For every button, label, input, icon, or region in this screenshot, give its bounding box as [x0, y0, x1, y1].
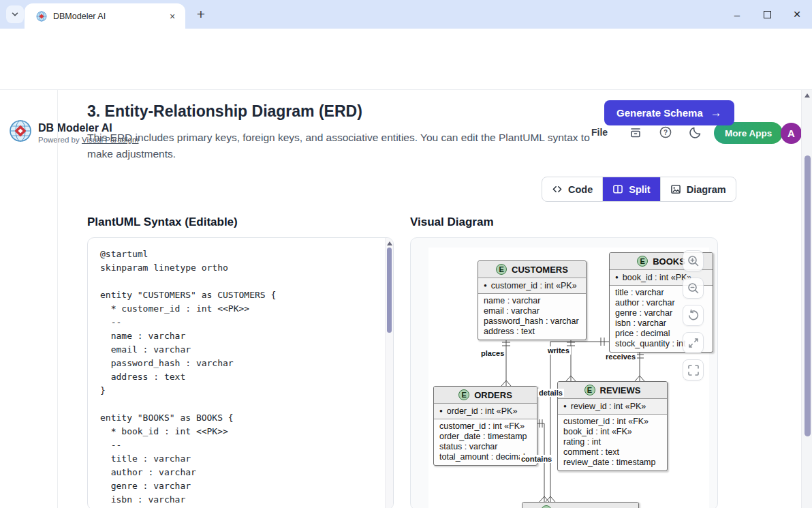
relationship-label-contains: contains [520, 455, 553, 463]
section-title: 3. Entity-Relationship Diagram (ERD) [87, 102, 362, 121]
zoom-out-button[interactable] [683, 278, 704, 299]
pk-bullet-icon: ● [439, 408, 443, 414]
entity-attribute: name : varchar [484, 296, 580, 306]
reset-view-button[interactable] [683, 305, 704, 326]
zoom-out-icon [687, 282, 700, 295]
code-line: address : text [100, 370, 385, 384]
view-toggle-group: Code Split Diagram [542, 177, 736, 202]
browser-tab-strip: DBModeler AI × + – × [0, 0, 812, 29]
window-maximize-button[interactable] [760, 11, 774, 18]
window-controls: – × [730, 0, 804, 29]
code-line: * book_id : int <<PK>> [100, 425, 385, 438]
entity-attribute: book_id : int «FK» [563, 427, 661, 437]
entity-attribute: review_date : timestamp [563, 458, 661, 468]
code-line: -- [100, 438, 385, 452]
code-line: entity "CUSTOMERS" as CUSTOMERS { [100, 288, 385, 302]
view-toggle-split[interactable]: Split [603, 177, 660, 201]
editor-heading: PlantUML Syntax (Editable) [87, 215, 238, 229]
app-logo [9, 119, 32, 143]
visual-diagram-panel: ECUSTOMERS●customer_id : int «PK»name : … [410, 237, 718, 508]
entity-ORDER_ITEMS[interactable]: EORDER_ITEMS [522, 502, 639, 508]
entity-CUSTOMERS[interactable]: ECUSTOMERS●customer_id : int «PK»name : … [478, 260, 587, 340]
fullscreen-button[interactable] [683, 359, 704, 380]
entity-REVIEWS[interactable]: EREVIEWS●review_id : int «PK»customer_id… [557, 381, 668, 471]
relationship-label-details: details [537, 389, 564, 397]
diagram-image-icon [670, 184, 681, 194]
entity-pk-text: review_id : int «PK» [571, 402, 646, 411]
entity-pk-text: customer_id : int «PK» [491, 281, 577, 290]
entity-pk-text: book_id : int «PK» [623, 273, 691, 282]
pk-bullet-icon: ● [563, 404, 567, 409]
entity-attribute: password_hash : varchar [484, 316, 580, 327]
entity-ORDERS[interactable]: EORDERS●order_id : int «PK»customer_id :… [433, 386, 537, 466]
entity-pk-text: order_id : int «PK» [447, 406, 518, 416]
zoom-in-button[interactable] [683, 250, 704, 271]
code-line: author : varchar [100, 466, 385, 479]
page-scrollbar[interactable] [801, 90, 812, 508]
plantuml-editor-panel: @startumlskinparam linetype orthoentity … [87, 237, 394, 508]
arrow-right-icon: → [710, 106, 722, 120]
code-line: title : varchar [100, 452, 385, 466]
zoom-in-icon [687, 254, 700, 268]
content-left-border [57, 90, 58, 508]
app-user-avatar[interactable]: A [781, 123, 802, 144]
dark-mode-moon-icon[interactable] [689, 125, 702, 139]
fit-expand-button[interactable] [683, 332, 704, 353]
entity-attribute: customer_id : int «FK» [563, 417, 661, 427]
editor-scrollbar[interactable] [385, 238, 393, 508]
scroll-up-arrow-icon[interactable] [805, 93, 810, 98]
editor-scrollbar-thumb[interactable] [387, 248, 392, 333]
entity-name: ORDERS [474, 390, 512, 400]
entity-attribute: total_amount : decimal [439, 452, 531, 462]
relationship-label-writes: writes [546, 346, 571, 355]
page-scrollbar-thumb[interactable] [805, 155, 811, 436]
entity-name: REVIEWS [600, 385, 641, 395]
code-line: skinparam linetype ortho [100, 261, 385, 275]
entity-name: ORDER_ITEMS [557, 506, 621, 508]
browser-toolbar: ← → ai-toolbox.visual-paradigm.com/app/d… [0, 29, 812, 57]
code-line: name : varchar [100, 329, 385, 343]
section-description: This ERD includes primary keys, foreign … [87, 130, 597, 162]
view-toggle-diagram[interactable]: Diagram [661, 177, 736, 201]
entity-type-icon: E [541, 505, 552, 508]
code-line: @startuml [100, 248, 385, 261]
view-toggle-code[interactable]: Code [542, 177, 603, 201]
entity-attribute: order_date : timestamp [439, 432, 531, 442]
entity-attribute: address : text [484, 327, 580, 337]
code-line: password_hash : varchar [100, 357, 385, 370]
entity-type-icon: E [584, 385, 595, 395]
plantuml-code-area[interactable]: @startumlskinparam linetype orthoentity … [88, 238, 385, 508]
code-line: } [100, 384, 385, 398]
new-tab-button[interactable]: + [193, 6, 209, 23]
generate-schema-button[interactable]: Generate Schema → [604, 100, 734, 125]
code-line: entity "BOOKS" as BOOKS { [100, 411, 385, 425]
entity-attributes: name : varcharemail : varcharpassword_ha… [478, 294, 586, 340]
code-line: -- [100, 316, 385, 329]
tab-search-button[interactable] [6, 5, 24, 23]
window-minimize-button[interactable]: – [730, 9, 744, 20]
archive-icon[interactable] [629, 125, 642, 139]
window-close-button[interactable]: × [790, 7, 804, 22]
tab-close-icon[interactable]: × [166, 10, 178, 23]
split-icon [612, 184, 623, 194]
diagram-heading: Visual Diagram [410, 215, 494, 229]
entity-header: EREVIEWS [558, 382, 667, 398]
browser-tab[interactable]: DBModeler AI × [25, 3, 185, 29]
app-header: DB Modeler AI Powered by Visual Paradigm… [0, 57, 812, 90]
entity-attribute: email : varchar [484, 306, 580, 316]
entity-attribute: comment : text [563, 447, 661, 458]
pk-bullet-icon: ● [615, 275, 619, 280]
code-line: genre : varchar [100, 479, 385, 493]
entity-type-icon: E [496, 264, 507, 275]
entity-header: EORDERS [434, 387, 537, 403]
help-icon[interactable]: ? [659, 125, 672, 139]
browser-window: DBModeler AI × + – × ← → ai-toolbox [0, 0, 812, 508]
chevron-down-icon [10, 10, 20, 19]
entity-attribute: status : varchar [439, 442, 531, 452]
entity-pk-row: ●customer_id : int «PK» [478, 278, 586, 294]
entity-name: CUSTOMERS [512, 265, 568, 275]
entity-header: EORDER_ITEMS [522, 503, 638, 508]
code-line [100, 275, 385, 288]
scroll-up-arrow-icon[interactable] [387, 241, 392, 245]
entity-attribute: rating : int [563, 437, 661, 447]
